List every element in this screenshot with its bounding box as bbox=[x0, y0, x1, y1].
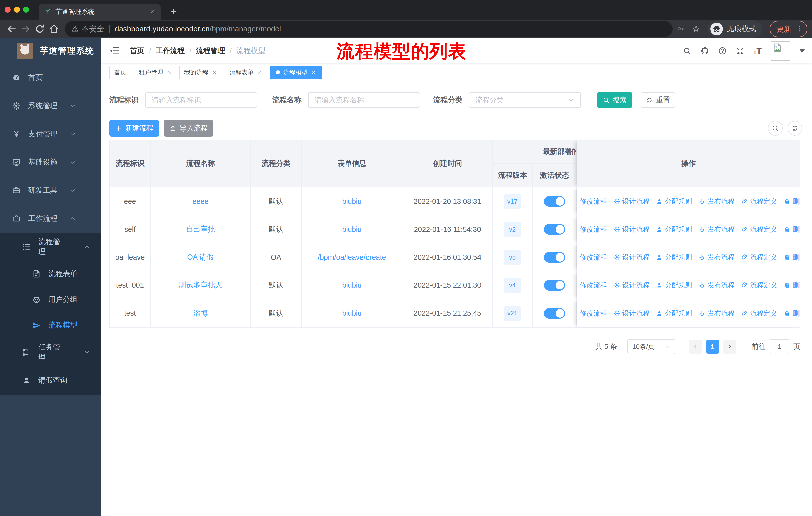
version-badge[interactable]: v21 bbox=[504, 306, 521, 321]
active-toggle[interactable] bbox=[544, 280, 565, 291]
goto-page-input[interactable]: 1 bbox=[770, 339, 789, 354]
action-design[interactable]: 设计流程 bbox=[614, 281, 650, 290]
page-size-select[interactable]: 10条/页 bbox=[627, 339, 675, 354]
tag-租户管理[interactable]: 租户管理 bbox=[134, 66, 176, 79]
version-badge[interactable]: v2 bbox=[504, 222, 521, 237]
close-icon[interactable] bbox=[212, 70, 217, 75]
tag-流程表单[interactable]: 流程表单 bbox=[225, 66, 267, 79]
home-button[interactable] bbox=[48, 23, 59, 34]
action-publish[interactable]: 发布流程 bbox=[699, 253, 735, 262]
tab-close-icon[interactable] bbox=[149, 8, 155, 15]
action-definition[interactable]: 流程定义 bbox=[741, 309, 777, 318]
toggle-search-button[interactable] bbox=[768, 121, 783, 136]
active-toggle[interactable] bbox=[544, 252, 565, 263]
import-process-button[interactable]: 导入流程 bbox=[164, 120, 213, 137]
sidebar-item-首页[interactable]: 首页 bbox=[0, 63, 101, 92]
filter-key-input[interactable]: 请输入流程标识 bbox=[145, 92, 257, 108]
breadcrumb-process-mgmt[interactable]: 流程管理 bbox=[196, 46, 225, 56]
fullscreen-icon[interactable] bbox=[736, 47, 744, 55]
password-manager-icon[interactable] bbox=[676, 25, 685, 33]
action-definition[interactable]: 流程定义 bbox=[741, 197, 777, 206]
action-design[interactable]: 设计流程 bbox=[614, 309, 650, 318]
action-publish[interactable]: 发布流程 bbox=[699, 309, 735, 318]
action-publish[interactable]: 发布流程 bbox=[699, 281, 735, 290]
hamburger-icon[interactable] bbox=[109, 46, 120, 56]
close-icon[interactable] bbox=[257, 70, 262, 75]
tag-我的流程[interactable]: 我的流程 bbox=[179, 66, 222, 79]
close-icon[interactable] bbox=[311, 70, 316, 75]
action-assign[interactable]: 分配规则 bbox=[656, 225, 692, 234]
bookmark-icon[interactable] bbox=[692, 25, 700, 33]
sidebar-item-任务管理[interactable]: 任务管理 bbox=[0, 338, 101, 366]
form-link[interactable]: /bpm/oa/leave/create bbox=[318, 253, 386, 262]
zoom-window-button[interactable] bbox=[23, 6, 29, 12]
filter-category-select[interactable]: 流程分类 bbox=[469, 92, 581, 108]
active-toggle[interactable] bbox=[544, 196, 565, 207]
current-page-button[interactable]: 1 bbox=[706, 340, 719, 354]
action-edit[interactable]: 修改流程 bbox=[577, 197, 607, 206]
breadcrumb-workflow[interactable]: 工作流程 bbox=[155, 46, 185, 56]
process-name-link[interactable]: eeee bbox=[192, 197, 209, 206]
process-name-link[interactable]: 自己审批 bbox=[186, 224, 215, 234]
action-publish[interactable]: 发布流程 bbox=[699, 197, 735, 206]
chrome-update-button[interactable]: 更新 bbox=[770, 21, 808, 37]
avatar-caret-icon[interactable] bbox=[800, 49, 805, 53]
form-link[interactable]: biubiu bbox=[342, 225, 361, 234]
refresh-table-button[interactable] bbox=[788, 121, 802, 136]
close-icon[interactable] bbox=[167, 70, 172, 75]
form-link[interactable]: biubiu bbox=[342, 281, 361, 290]
sidebar-item-支付管理[interactable]: 支付管理 bbox=[0, 120, 101, 148]
sidebar-item-流程模型[interactable]: 流程模型 bbox=[0, 313, 101, 338]
process-name-link[interactable]: 滔博 bbox=[193, 308, 208, 319]
action-edit[interactable]: 修改流程 bbox=[577, 281, 607, 290]
minimize-window-button[interactable] bbox=[14, 6, 20, 12]
reload-button[interactable] bbox=[34, 23, 45, 34]
next-page-button[interactable] bbox=[723, 340, 736, 354]
action-delete[interactable]: 删除 bbox=[784, 281, 801, 290]
forward-button[interactable] bbox=[20, 23, 31, 34]
browser-menu-icon[interactable] bbox=[796, 25, 803, 32]
action-assign[interactable]: 分配规则 bbox=[656, 281, 692, 290]
search-button[interactable]: 搜索 bbox=[597, 92, 632, 108]
security-warning-icon[interactable] bbox=[71, 25, 79, 32]
tag-首页[interactable]: 首页 bbox=[110, 66, 131, 79]
action-definition[interactable]: 流程定义 bbox=[741, 225, 777, 234]
version-badge[interactable]: v4 bbox=[504, 278, 521, 293]
create-process-button[interactable]: 新建流程 bbox=[110, 120, 159, 137]
back-button[interactable] bbox=[6, 23, 17, 34]
form-link[interactable]: biubiu bbox=[342, 197, 361, 206]
new-tab-button[interactable]: + bbox=[167, 4, 181, 19]
action-design[interactable]: 设计流程 bbox=[614, 197, 650, 206]
form-link[interactable]: biubiu bbox=[342, 309, 361, 318]
help-icon[interactable] bbox=[718, 47, 727, 55]
avatar[interactable] bbox=[771, 41, 790, 61]
action-definition[interactable]: 流程定义 bbox=[741, 281, 777, 290]
github-icon[interactable] bbox=[700, 47, 709, 55]
prev-page-button[interactable] bbox=[689, 340, 702, 354]
sidebar-item-研发工具[interactable]: 研发工具 bbox=[0, 176, 101, 205]
close-window-button[interactable] bbox=[4, 6, 10, 12]
process-name-link[interactable]: 测试多审批人 bbox=[179, 280, 223, 290]
action-delete[interactable]: 删除 bbox=[784, 253, 801, 262]
action-assign[interactable]: 分配规则 bbox=[656, 253, 692, 262]
action-edit[interactable]: 修改流程 bbox=[577, 253, 607, 262]
action-definition[interactable]: 流程定义 bbox=[741, 253, 777, 262]
action-assign[interactable]: 分配规则 bbox=[656, 197, 692, 206]
action-edit[interactable]: 修改流程 bbox=[577, 309, 607, 318]
sidebar-item-流程管理[interactable]: 流程管理 bbox=[0, 233, 101, 261]
action-delete[interactable]: 删除 bbox=[784, 197, 801, 206]
action-publish[interactable]: 发布流程 bbox=[699, 225, 735, 234]
font-size-icon[interactable]: тT bbox=[753, 47, 762, 55]
action-edit[interactable]: 修改流程 bbox=[577, 225, 607, 234]
sidebar-item-用户分组[interactable]: 用户分组 bbox=[0, 287, 101, 313]
sidebar-logo[interactable]: 芋道管理系统 bbox=[0, 38, 101, 63]
active-toggle[interactable] bbox=[544, 308, 565, 319]
filter-name-input[interactable]: 请输入流程名称 bbox=[308, 92, 420, 108]
search-icon[interactable] bbox=[683, 47, 691, 55]
browser-tab[interactable]: 芋道管理系统 bbox=[39, 3, 161, 20]
action-design[interactable]: 设计流程 bbox=[614, 253, 650, 262]
action-assign[interactable]: 分配规则 bbox=[656, 309, 692, 318]
sidebar-item-流程表单[interactable]: 流程表单 bbox=[0, 261, 101, 287]
version-badge[interactable]: v5 bbox=[504, 250, 521, 265]
tag-流程模型[interactable]: 流程模型 bbox=[270, 66, 322, 79]
